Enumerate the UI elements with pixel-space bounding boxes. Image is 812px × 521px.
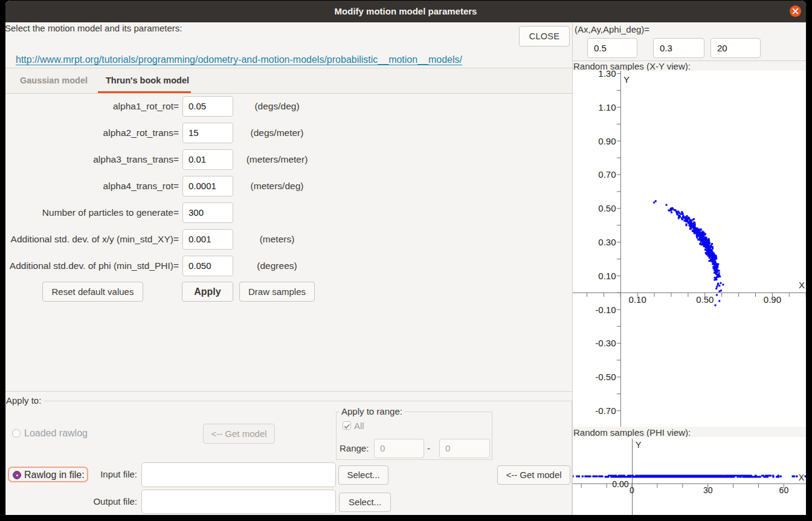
svg-text:0.50: 0.50	[598, 203, 616, 213]
svg-text:0.50: 0.50	[696, 294, 714, 305]
svg-text:0.10: 0.10	[629, 294, 646, 305]
svg-text:-0.30: -0.30	[595, 338, 616, 348]
svg-text:Y: Y	[636, 440, 642, 450]
svg-text:0.70: 0.70	[598, 169, 616, 180]
svg-text:1.10: 1.10	[598, 102, 616, 112]
svg-text:0: 0	[630, 485, 634, 495]
svg-text:0.90: 0.90	[764, 294, 781, 305]
svg-text:60: 60	[779, 485, 789, 495]
svg-text:0.00: 0.00	[612, 479, 628, 489]
svg-text:0.10: 0.10	[598, 271, 616, 281]
svg-text:X: X	[799, 280, 805, 290]
svg-text:1.30: 1.30	[598, 71, 616, 79]
svg-text:0.90: 0.90	[598, 136, 616, 146]
svg-text:0.30: 0.30	[598, 237, 616, 247]
svg-text:-0.70: -0.70	[595, 406, 616, 416]
svg-text:Y: Y	[624, 74, 630, 85]
svg-text:30: 30	[703, 485, 713, 495]
svg-text:X: X	[799, 473, 805, 482]
svg-text:-0.50: -0.50	[595, 372, 616, 382]
svg-text:-0.10: -0.10	[595, 305, 616, 315]
